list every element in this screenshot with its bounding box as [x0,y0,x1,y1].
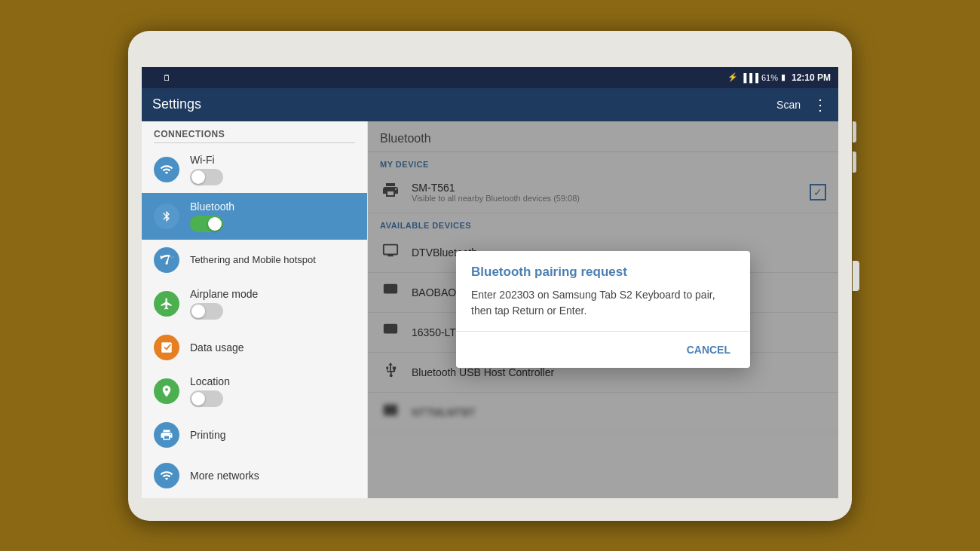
more-options-icon[interactable]: ⋮ [813,96,828,114]
sidebar-item-tethering[interactable]: Tethering and Mobile hotspot [142,240,367,280]
main-content: CONNECTIONS Wi-Fi [142,121,838,498]
printing-icon [154,422,179,448]
connections-divider [154,142,355,143]
airplane-icon [154,291,179,317]
airplane-label: Airplane mode [190,288,355,300]
wifi-toggle-thumb [191,170,205,184]
sidebar-item-airplane[interactable]: Airplane mode [142,280,367,327]
printing-item-content: Printing [190,429,355,441]
home-button[interactable] [853,261,859,291]
bluetooth-toggle[interactable] [190,216,223,232]
tethering-icon [154,247,179,273]
battery-icon: ▮ [781,72,786,82]
scan-button[interactable]: Scan [770,96,807,114]
volume-down-button[interactable] [853,152,856,173]
dialog-title: Bluetooth pairing request [456,251,750,287]
right-panel: Bluetooth MY DEVICE SM-T561 Visible to a… [368,121,838,498]
bluetooth-icon [154,204,179,229]
bluetooth-pairing-dialog: Bluetooth pairing request Enter 202303 o… [456,251,750,368]
sidebar-item-wifi[interactable]: Wi-Fi [142,146,367,193]
data-item-content: Data usage [190,341,355,354]
location-toggle[interactable] [190,390,223,407]
title-bar: Settings Scan ⋮ [142,88,838,121]
tethering-item-content: Tethering and Mobile hotspot [190,254,355,265]
dialog-overlay: Bluetooth pairing request Enter 202303 o… [368,121,838,498]
bluetooth-item-content: Bluetooth [190,201,355,232]
wifi-label: Wi-Fi [190,154,355,166]
cancel-button[interactable]: Cancel [676,338,741,362]
sidebar-item-location[interactable]: Location [142,368,367,415]
bluetooth-label: Bluetooth [190,201,355,213]
airplane-toggle[interactable] [190,303,223,320]
more-networks-icon [154,463,179,488]
sidebar-item-more-networks[interactable]: More networks [142,455,367,496]
data-label: Data usage [190,341,355,354]
wifi-item-content: Wi-Fi [190,154,355,185]
battery-percent: 61% [761,73,778,82]
tablet-screen: 🗒 ⚡ ▐▐▐ 61% ▮ 12:10 PM Settings Scan ⋮ C… [142,67,838,498]
sidebar-item-printing[interactable]: Printing [142,415,367,455]
status-bar-right: ⚡ ▐▐▐ 61% ▮ 12:10 PM [727,72,831,83]
connections-header: CONNECTIONS [142,121,367,142]
bluetooth-toggle-thumb [208,217,222,231]
data-icon [154,335,179,360]
signal-icon: ▐▐▐ [741,73,758,82]
printing-label: Printing [190,429,355,441]
location-label: Location [190,375,355,387]
status-bar: 🗒 ⚡ ▐▐▐ 61% ▮ 12:10 PM [142,67,838,88]
tethering-label: Tethering and Mobile hotspot [190,254,355,265]
wifi-icon [154,157,179,182]
more-networks-item-content: More networks [190,470,355,482]
sidebar-item-data[interactable]: Data usage [142,327,367,368]
title-bar-actions: Scan ⋮ [770,96,828,114]
time-display: 12:10 PM [792,72,831,83]
sidebar-item-bluetooth[interactable]: Bluetooth [142,193,367,240]
dialog-body: Enter 202303 on Samsung Tab S2 Keyboard … [456,287,750,331]
device-header: DEVICE [142,496,367,498]
page-title: Settings [152,96,770,112]
airplane-item-content: Airplane mode [190,288,355,320]
more-networks-label: More networks [190,470,355,482]
airplane-toggle-thumb [191,305,205,318]
dialog-actions: Cancel [456,332,750,368]
notification-icon: 🗒 [163,73,171,82]
bluetooth-status-icon: ⚡ [727,72,738,82]
location-toggle-thumb [191,392,205,406]
volume-up-button[interactable] [853,121,856,142]
location-icon [154,378,179,404]
sidebar: CONNECTIONS Wi-Fi [142,121,368,498]
wifi-toggle[interactable] [190,169,223,185]
tablet-device: 🗒 ⚡ ▐▐▐ 61% ▮ 12:10 PM Settings Scan ⋮ C… [128,31,852,521]
location-item-content: Location [190,375,355,407]
